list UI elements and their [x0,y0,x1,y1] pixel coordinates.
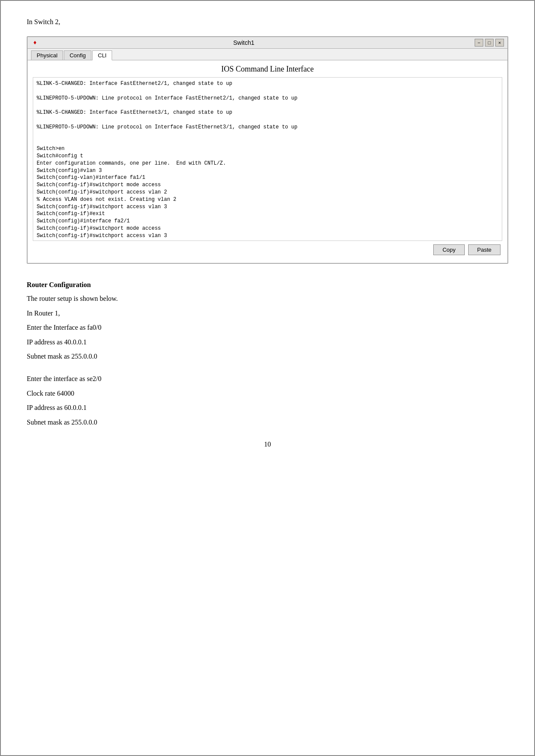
paste-button[interactable]: Paste [468,244,501,255]
tab-config[interactable]: Config [64,50,91,60]
window-titlebar: ♦ Switch1 − □ × [28,37,507,49]
router-config-heading: Router Configuration [27,281,508,289]
tab-bar: Physical Config CLI [28,49,507,60]
cli-terminal[interactable]: %LINK-5-CHANGED: Interface FastEthernet2… [33,77,502,241]
router1-interface-fa: Enter the Interface as fa0/0 [27,322,508,333]
close-button[interactable]: × [495,39,504,47]
window-controls: − □ × [475,39,504,47]
tab-physical[interactable]: Physical [31,50,63,60]
intro-label: In Switch 2, [27,18,508,26]
tab-cli[interactable]: CLI [92,50,112,60]
router-config-section: Router Configuration The router setup is… [27,281,508,428]
router1-serial-ip: IP address as 60.0.0.1 [27,402,508,413]
minimize-button[interactable]: − [475,39,483,47]
title-left: ♦ [31,39,39,47]
router1-subnet: Subnet mask as 255.0.0.0 [27,351,508,362]
copy-button[interactable]: Copy [433,244,464,255]
router1-clock-rate: Clock rate 64000 [27,388,508,399]
switch-window: ♦ Switch1 − □ × Physical Config CLI IOS … [27,36,508,264]
page-number: 10 [27,440,508,448]
cli-footer: Copy Paste [33,241,502,259]
router-intro-text: The router setup is shown below. [27,293,508,304]
router1-label: In Router 1, [27,308,508,319]
router1-ip-address: IP address as 40.0.0.1 [27,337,508,348]
window-title: Switch1 [39,39,449,46]
window-body: IOS Command Line Interface %LINK-5-CHANG… [28,60,507,263]
maximize-button[interactable]: □ [485,39,494,47]
router1-serial-subnet: Subnet mask as 255.0.0.0 [27,417,508,428]
cli-header: IOS Command Line Interface [33,65,502,74]
window-icon: ♦ [31,39,39,47]
router1-interface-se: Enter the interface as se2/0 [27,373,508,384]
